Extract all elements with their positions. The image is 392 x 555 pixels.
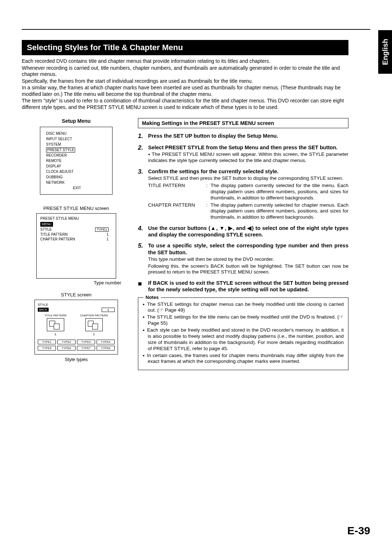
page-number: E-39 xyxy=(347,524,370,537)
setup-item: REMOTE xyxy=(45,158,109,163)
style-screen-caption: STYLE screen xyxy=(22,292,131,297)
pattern-label: TITLE PATTERN xyxy=(45,314,66,317)
step-sub: Select STYLE and then press the SET butt… xyxy=(148,175,348,182)
back-note-text: If BACK is used to exit the STYLE screen… xyxy=(148,280,348,293)
note-item: In certain cases, the frames used for ch… xyxy=(143,353,344,365)
type-button: TYPE5 xyxy=(38,346,56,351)
back-note: ■ If BACK is used to exit the STYLE scre… xyxy=(138,280,348,293)
setup-menu-box: DISC MENU INPUT SELECT SYSTEM PRESET STY… xyxy=(40,127,113,195)
top-rule xyxy=(22,29,370,30)
preset-row-label: CHAPTER PATTERN xyxy=(40,237,75,241)
preset-row-value: TYPE1 xyxy=(95,227,109,232)
pattern-label: CHAPTER PATTERN xyxy=(80,314,108,317)
type-button: TYPE2 xyxy=(57,340,75,344)
preset-style-menu-box: PRESET STYLE MENU MENU STYLE TYPE1 TITLE… xyxy=(36,213,116,279)
type-button: TYPE6 xyxy=(57,346,75,351)
def-desc: The display pattern currently selected f… xyxy=(211,183,348,201)
note-item: Each style can be freely modified and st… xyxy=(143,327,344,352)
def-desc: The display pattern currently selected f… xyxy=(211,202,348,221)
style-num: 1 xyxy=(102,308,115,312)
def-term: CHAPTER PATTERN xyxy=(148,202,206,221)
note-item: The STYLE settings for the title menu ca… xyxy=(143,314,344,327)
colon: : xyxy=(206,202,211,221)
pattern-value: 1 xyxy=(45,332,66,336)
step-3: 3. Confirm the settings for the currentl… xyxy=(138,168,348,220)
setup-item: INPUT SELECT xyxy=(45,136,109,142)
setup-item: DISC MENU xyxy=(45,131,109,136)
chapter-pattern: CHAPTER PATTERN 1 xyxy=(80,314,108,336)
notes-box: Notes The STYLE settings for chapter men… xyxy=(138,297,348,370)
preset-title: PRESET STYLE MENU xyxy=(40,216,112,220)
setup-item: NETWORK xyxy=(45,180,109,185)
style-types-label: Style types xyxy=(22,357,131,362)
step-title: Press the SET UP button to display the S… xyxy=(148,133,348,139)
type-grid: TYPE1 TYPE2 TYPE3 TYPE4 TYPE5 TYPE6 TYPE… xyxy=(38,340,115,351)
preset-row: CHAPTER PATTERN 1 xyxy=(40,237,112,241)
setup-item-selected: PRESET STYLE xyxy=(45,147,109,153)
right-column: Making Settings in the PRESET STYLE MENU… xyxy=(138,118,348,370)
section-title: Making Settings in the PRESET STYLE MENU… xyxy=(138,118,348,128)
thumbnail-icon xyxy=(85,318,103,331)
title-pattern: TITLE PATTERN 1 xyxy=(45,314,66,336)
colon: : xyxy=(206,183,211,201)
intro-p4: In a similar way, the frames at which ch… xyxy=(22,85,348,97)
note-item: The STYLE settings for chapter menus can… xyxy=(143,301,344,314)
step-5: 5. To use a specific style, select the c… xyxy=(138,242,348,275)
intro-p1: Each recorded DVD contains title and cha… xyxy=(22,58,348,65)
step-num: 5. xyxy=(138,242,148,275)
preset-caption: PRESET STYLE MENU screen xyxy=(22,206,131,211)
notes-legend: Notes xyxy=(143,295,161,300)
type-button: TYPE1 xyxy=(38,340,56,344)
type-button: TYPE8 xyxy=(97,346,115,351)
step-title: Confirm the settings for the currently s… xyxy=(148,168,348,175)
setup-item: DISPLAY xyxy=(45,163,109,169)
preset-row-value: 1 xyxy=(106,232,109,236)
step-1: 1. Press the SET UP button to display th… xyxy=(138,133,348,140)
menu-button: MENU xyxy=(40,222,53,227)
def-term: TITLE PATTERN xyxy=(148,183,206,201)
preset-row: STYLE TYPE1 xyxy=(40,227,112,232)
step-num: 2. xyxy=(138,144,148,164)
preset-row-value: 1 xyxy=(106,237,109,241)
step-num: 4. xyxy=(138,225,148,238)
thumbnail-icon xyxy=(47,318,64,331)
intro-p3: Specifically, the frames from the start … xyxy=(22,78,348,85)
style-hdr: STYLE xyxy=(38,303,115,307)
left-column: Setup Menu DISC MENU INPUT SELECT SYSTEM… xyxy=(22,118,131,362)
step-sub: Following this, the screen's BACK button… xyxy=(148,263,348,276)
type-button: TYPE4 xyxy=(97,340,115,344)
setup-item: RECORDER xyxy=(45,153,109,158)
setup-exit: EXIT xyxy=(45,185,109,191)
intro-p2: Whenever recording is carried out, title… xyxy=(22,65,348,78)
type-button: TYPE7 xyxy=(77,346,95,351)
pattern-value: 1 xyxy=(80,332,108,336)
def-row: TITLE PATTERN : The display pattern curr… xyxy=(148,183,348,201)
def-row: CHAPTER PATTERN : The display pattern cu… xyxy=(148,202,348,221)
step-sub: The PRESET STYLE MENU screen will appear… xyxy=(148,151,348,164)
step-title: Use the cursor buttons (▲, ▼, ▶, and ◀) … xyxy=(148,225,348,238)
setup-item: DUBBING xyxy=(45,174,109,180)
type-button: TYPE3 xyxy=(77,340,95,344)
intro-paragraphs: Each recorded DVD contains title and cha… xyxy=(22,58,348,111)
style-screen-box: STYLE BACK 1 TITLE PATTERN 1 CHAPTER PAT… xyxy=(34,300,118,355)
square-icon: ■ xyxy=(138,280,148,293)
step-2: 2. Select PRESET STYLE from the Setup Me… xyxy=(138,144,348,164)
language-tab: English xyxy=(378,30,392,74)
step-4: 4. Use the cursor buttons (▲, ▼, ▶, and … xyxy=(138,225,348,238)
setup-menu-heading: Setup Menu xyxy=(22,118,131,124)
step-num: 1. xyxy=(138,133,148,140)
section-banner: Selecting Styles for Title & Chapter Men… xyxy=(22,40,348,55)
preset-row-label: TITLE PATTERN xyxy=(40,232,68,236)
preset-row: TITLE PATTERN 1 xyxy=(40,232,112,236)
setup-item: SYSTEM xyxy=(45,142,109,147)
type-number-label: Type number xyxy=(22,280,131,285)
intro-p5: The term "style" is used to refer to a c… xyxy=(22,98,348,110)
pattern-row: TITLE PATTERN 1 CHAPTER PATTERN 1 xyxy=(38,314,115,336)
step-title: Select PRESET STYLE from the Setup Menu … xyxy=(148,144,348,151)
step-title: To use a specific style, select the corr… xyxy=(148,242,348,255)
preset-row-label: STYLE xyxy=(40,227,52,232)
step-num: 3. xyxy=(138,168,148,220)
setup-item: CLOCK ADJUST xyxy=(45,169,109,174)
step-sub: This type number will then be stored by … xyxy=(148,256,348,263)
back-button: BACK xyxy=(38,308,49,312)
